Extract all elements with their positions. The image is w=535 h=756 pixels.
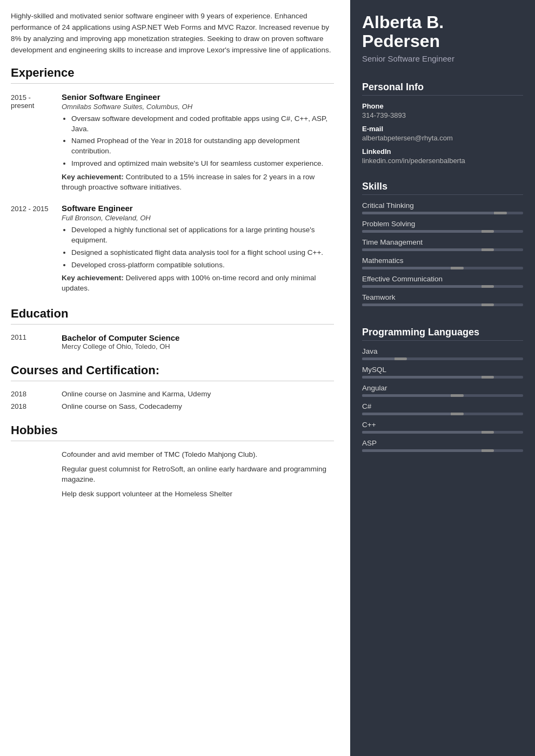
course-entry: 2018 Online course on Sass, Codecademy bbox=[11, 402, 334, 410]
skill-bar-bg bbox=[362, 230, 523, 233]
skill-bar-bg bbox=[362, 357, 523, 360]
hobby-spacer bbox=[11, 450, 54, 460]
skill-label: MySQL bbox=[362, 366, 523, 374]
skill-item: Mathematics bbox=[362, 256, 523, 269]
exp-company: Omnilabs Software Suites, Columbus, OH bbox=[62, 103, 334, 111]
skill-bar-bg bbox=[362, 212, 523, 214]
skill-item: Critical Thinking bbox=[362, 201, 523, 214]
exp-date: 2015 - present bbox=[11, 92, 54, 193]
left-column: Highly-skilled and motivated senior soft… bbox=[0, 0, 350, 756]
education-entry: 2011 Bachelor of Computer Science Mercy … bbox=[11, 333, 334, 350]
skill-bar-fill bbox=[362, 431, 482, 434]
skill-bar-accent bbox=[451, 394, 464, 397]
skill-label: ASP bbox=[362, 439, 523, 447]
linkedin-label: LinkedIn bbox=[362, 147, 523, 156]
skill-bar-accent bbox=[451, 267, 464, 269]
education-title: Education bbox=[11, 307, 334, 325]
email-label: E-mail bbox=[362, 125, 523, 133]
skill-item: Effective Communication bbox=[362, 275, 523, 288]
skill-bar-bg bbox=[362, 303, 523, 306]
experience-entry: 2015 - present Senior Software Engineer … bbox=[11, 92, 334, 193]
skill-bar-fill bbox=[362, 394, 451, 397]
hobbies-list: Cofounder and avid member of TMC (Toledo… bbox=[11, 450, 334, 500]
skill-bar-accent bbox=[482, 230, 494, 233]
skill-label: Critical Thinking bbox=[362, 201, 523, 210]
skill-bar-accent bbox=[482, 376, 494, 379]
course-text: Online course on Jasmine and Karma, Udem… bbox=[62, 390, 211, 398]
right-column: Alberta B. Pedersen Senior Software Engi… bbox=[350, 0, 535, 756]
skill-label: Time Management bbox=[362, 238, 523, 246]
exp-company: Full Bronson, Cleveland, OH bbox=[62, 214, 334, 222]
candidate-name: Alberta B. Pedersen bbox=[362, 13, 523, 51]
skill-item: C# bbox=[362, 402, 523, 415]
experience-title: Experience bbox=[11, 66, 334, 84]
key-achievement: Key achievement: Delivered apps with 100… bbox=[62, 273, 334, 294]
skill-bar-fill bbox=[362, 230, 482, 233]
edu-date: 2011 bbox=[11, 333, 54, 350]
sidebar-header: Alberta B. Pedersen Senior Software Engi… bbox=[350, 0, 535, 74]
courses-list: 2018 Online course on Jasmine and Karma,… bbox=[11, 390, 334, 410]
skill-bar-fill bbox=[362, 357, 394, 360]
course-entry: 2018 Online course on Jasmine and Karma,… bbox=[11, 390, 334, 398]
key-achievement: Key achievement: Contributed to a 15% in… bbox=[62, 172, 334, 193]
exp-content: Software Engineer Full Bronson, Clevelan… bbox=[62, 204, 334, 294]
experience-list: 2015 - present Senior Software Engineer … bbox=[11, 92, 334, 294]
skill-bar-bg bbox=[362, 413, 523, 415]
skill-bar-accent bbox=[482, 285, 494, 288]
edu-school: Mercy College of Ohio, Toledo, OH bbox=[62, 342, 179, 350]
lang-bars: Java MySQL Angular C# C++ bbox=[362, 347, 523, 452]
experience-section: Experience 2015 - present Senior Softwar… bbox=[11, 66, 334, 294]
exp-bullets: Oversaw software development and coded p… bbox=[62, 114, 334, 169]
course-date: 2018 bbox=[11, 402, 54, 410]
skill-item: Problem Solving bbox=[362, 220, 523, 233]
edu-content: Bachelor of Computer Science Mercy Colle… bbox=[62, 333, 179, 350]
exp-date: 2012 - 2015 bbox=[11, 204, 54, 294]
skill-label: C++ bbox=[362, 421, 523, 429]
skill-bar-accent bbox=[482, 449, 494, 452]
personal-info-title: Personal Info bbox=[362, 82, 523, 96]
skill-label: C# bbox=[362, 402, 523, 410]
hobby-text: Regular guest columnist for RetroSoft, a… bbox=[62, 464, 334, 485]
skill-bar-fill bbox=[362, 267, 451, 269]
skill-bar-bg bbox=[362, 376, 523, 379]
hobby-entry: Cofounder and avid member of TMC (Toledo… bbox=[11, 450, 334, 460]
personal-info-section: Personal Info Phone 314-739-3893 E-mail … bbox=[350, 74, 535, 173]
course-text: Online course on Sass, Codecademy bbox=[62, 402, 182, 410]
email-value: albertabpetersen@rhyta.com bbox=[362, 134, 523, 142]
exp-title: Software Engineer bbox=[62, 204, 334, 213]
skill-item: Angular bbox=[362, 384, 523, 397]
education-section: Education 2011 Bachelor of Computer Scie… bbox=[11, 307, 334, 350]
skill-bar-accent bbox=[482, 303, 494, 306]
courses-title: Courses and Certification: bbox=[11, 363, 334, 381]
exp-content: Senior Software Engineer Omnilabs Softwa… bbox=[62, 92, 334, 193]
skill-bar-fill bbox=[362, 248, 482, 251]
skill-bar-fill bbox=[362, 212, 494, 214]
linkedin-value: linkedin.com/in/pedersenbalberta bbox=[362, 157, 523, 165]
skill-bar-bg bbox=[362, 267, 523, 269]
skill-bar-accent bbox=[394, 357, 407, 360]
bullet-item: Developed cross-platform compatible solu… bbox=[71, 260, 334, 271]
skill-bar-accent bbox=[451, 413, 464, 415]
skills-bars: Critical Thinking Problem Solving Time M… bbox=[362, 201, 523, 306]
skill-label: Angular bbox=[362, 384, 523, 392]
exp-title: Senior Software Engineer bbox=[62, 92, 334, 102]
bullet-item: Developed a highly functional set of app… bbox=[71, 225, 334, 246]
phone-label: Phone bbox=[362, 102, 523, 110]
courses-section: Courses and Certification: 2018 Online c… bbox=[11, 363, 334, 410]
skill-item: C++ bbox=[362, 421, 523, 434]
prog-languages-section: Programming Languages Java MySQL Angular… bbox=[350, 319, 535, 465]
skill-item: ASP bbox=[362, 439, 523, 452]
candidate-title: Senior Software Engineer bbox=[362, 54, 523, 63]
hobbies-section: Hobbies Cofounder and avid member of TMC… bbox=[11, 423, 334, 500]
skill-item: Java bbox=[362, 347, 523, 360]
phone-value: 314-739-3893 bbox=[362, 111, 523, 119]
hobbies-title: Hobbies bbox=[11, 423, 334, 441]
bullet-item: Oversaw software development and coded p… bbox=[71, 114, 334, 134]
bullet-item: Improved and optimized main website's UI… bbox=[71, 159, 334, 169]
skill-label: Effective Communication bbox=[362, 275, 523, 283]
skills-section: Skills Critical Thinking Problem Solving… bbox=[350, 173, 535, 319]
skill-bar-bg bbox=[362, 248, 523, 251]
summary-text: Highly-skilled and motivated senior soft… bbox=[11, 11, 334, 56]
exp-bullets: Developed a highly functional set of app… bbox=[62, 225, 334, 271]
skill-item: MySQL bbox=[362, 366, 523, 379]
